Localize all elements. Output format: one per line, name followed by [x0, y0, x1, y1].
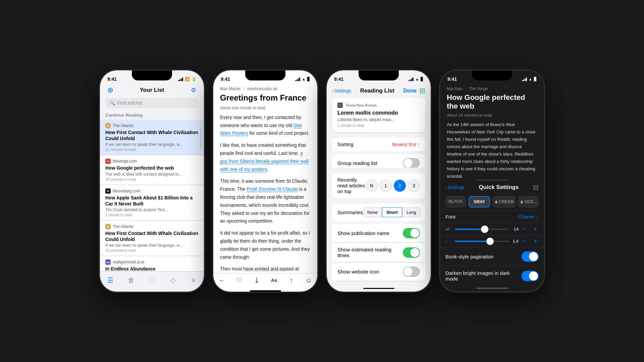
source-name-4: The Atlantic [113, 224, 134, 229]
article-source-1: A The Atlantic [105, 123, 199, 128]
line-spacing-slider[interactable] [455, 241, 509, 242]
font-value[interactable]: Charter ↓ [518, 214, 539, 220]
article-source-2: V theverge.com [105, 159, 199, 164]
font-size-slider[interactable] [455, 229, 509, 230]
grid-icon[interactable]: ⊞ [419, 86, 425, 95]
sort-label: Sorting [337, 141, 354, 147]
article-desc-3: Tim Cook decided to acquire Tesl... [105, 207, 199, 212]
article-source-5: MG mattgemmell.scot [105, 259, 199, 265]
filter-button[interactable]: ⚙ [189, 85, 199, 95]
settings-back-p4[interactable]: ‹ Settings [445, 185, 465, 190]
show-publication-row[interactable]: Show publication name [332, 224, 425, 243]
more-button-p2[interactable]: ☺ [301, 277, 316, 284]
theme-gray[interactable]: GRAY [469, 196, 490, 207]
tab-menu[interactable]: ≡ [186, 274, 201, 286]
home-indicator-p4 [477, 288, 508, 289]
preview-title: Lorem mollis commodo [337, 110, 420, 116]
num-btn-1[interactable]: 1 [380, 180, 392, 192]
line-spacing-icon: ↕ [445, 239, 452, 243]
article-item-5[interactable]: MG mattgemmell.scot In Endless Abundance… [100, 256, 204, 271]
notch-2 [245, 70, 285, 80]
summaries-buttons: None Short Long [363, 207, 421, 217]
show-website-icon-row[interactable]: Show website icon [332, 262, 425, 281]
sum-btn-long[interactable]: Long [402, 207, 421, 217]
show-publication-toggle[interactable] [403, 228, 420, 238]
signal-icon-1 [178, 77, 183, 81]
tab-archive[interactable]: 🗑 [124, 274, 139, 286]
font-size-thumb[interactable] [481, 226, 488, 233]
columns-icon[interactable]: ⊟ [533, 183, 539, 191]
article-title-2: How Google perfected the web [105, 165, 199, 171]
add-button[interactable]: ⊕ [105, 85, 115, 95]
tab-favorites[interactable]: ♡ [145, 274, 159, 286]
phones-container: 9:41 📶 🔋 ⊕ Your List ⚙ [80, 57, 564, 305]
paragraph-5: They must have printed and pasted at [220, 265, 311, 270]
tab-bookmarks[interactable]: ◇ [165, 274, 180, 286]
line-spacing-slider-container: ↕ 1,4 − + [445, 237, 539, 245]
num-btn-3[interactable]: 3 [408, 180, 420, 192]
show-reading-times-row[interactable]: Show estimated reading times [332, 243, 425, 262]
heart-button-p2[interactable]: ♡ [232, 276, 247, 284]
line-increase-btn[interactable]: + [532, 237, 539, 245]
article-item-2[interactable]: V theverge.com How Google perfected the … [100, 155, 204, 185]
article-item-4[interactable]: A The Atlantic How First Contact With Wh… [100, 221, 204, 256]
article-list: A The Atlantic How First Contact With Wh… [100, 120, 204, 271]
group-toggle[interactable] [403, 158, 420, 168]
num-btn-2[interactable]: 2 [394, 180, 406, 192]
tab-list[interactable]: ☰ [103, 274, 118, 286]
search-bar[interactable]: 🔍 Find articles [105, 98, 199, 108]
book-style-label: Book-style pagination [445, 254, 493, 259]
star-wars-link[interactable]: Star Wars Posters [220, 123, 302, 136]
source-name-1: The Atlantic [113, 123, 134, 128]
article-title-4: How First Contact With Whale Civilizatio… [105, 230, 199, 242]
group-row[interactable]: Group reading list [332, 154, 425, 168]
summaries-row: Summaries None Short Long [332, 203, 425, 221]
search-placeholder: Find articles [117, 100, 142, 106]
line-decrease-btn[interactable]: − [521, 237, 528, 245]
source-name-3: bloomberg.com [113, 189, 141, 193]
back-button-p3[interactable]: ‹ Settings [332, 88, 351, 94]
sum-btn-short[interactable]: Short [382, 207, 402, 217]
show-reading-times-toggle[interactable] [403, 247, 420, 258]
archive-button-p2[interactable]: ⤓ [249, 276, 264, 284]
line-spacing-value: 1,4 [512, 239, 519, 244]
share-button-p2[interactable]: ↑ [284, 277, 299, 284]
font-size-btns: − + [521, 225, 539, 233]
paragraph-4: It did not appear to be a for-profit aff… [220, 229, 311, 261]
siberia-link[interactable]: a guy from Siberia literally papered the… [220, 150, 309, 172]
darken-images-toggle[interactable] [522, 271, 539, 281]
club-link[interactable]: Prolé Escrime St Claude [247, 186, 298, 192]
font-size-fill [455, 229, 485, 230]
article-item-1[interactable]: A The Atlantic How First Contact With Wh… [100, 120, 204, 155]
back-button-p2[interactable]: ← [215, 277, 229, 284]
article-item-3[interactable]: B bloomberg.com How Apple Sank About $1 … [100, 185, 204, 221]
theme-row: BLACK GRAY 🔒 CREAM 🔒 OCE... [440, 193, 544, 210]
recently-row: Recently read articles on top N 1 2 3 [332, 173, 425, 198]
theme-black[interactable]: BLACK [445, 196, 466, 207]
num-btn-none[interactable]: N [366, 180, 378, 192]
wifi-icon-4: ▲ [529, 77, 532, 81]
article-time-3: 1 minute to read [105, 213, 199, 217]
line-spacing-thumb[interactable] [486, 238, 494, 245]
author-name-2: Max Melzer [220, 86, 241, 91]
theme-ocean[interactable]: 🔒 OCE... [518, 196, 539, 207]
theme-cream[interactable]: 🔒 CREAM [493, 196, 516, 207]
battery-icon-4: ▊ [534, 77, 537, 81]
status-time-1: 9:41 [107, 76, 117, 82]
status-icons-1: 📶 🔋 [178, 77, 197, 81]
scroll-indicator [200, 127, 201, 147]
show-website-icon-toggle[interactable] [403, 266, 420, 277]
done-button[interactable]: Done [403, 88, 417, 94]
toolbar-p2: ← ♡ ⤓ Aa ↑ ☺ [213, 273, 317, 290]
source-icon-4: A [105, 224, 111, 229]
status-time-2: 9:41 [221, 76, 230, 82]
battery-icon-1: 🔋 [192, 77, 197, 81]
article-source-4: A The Atlantic [105, 224, 199, 229]
font-increase-btn[interactable]: + [532, 225, 539, 233]
sum-btn-none[interactable]: None [363, 207, 382, 217]
source-name-2: theverge.com [113, 159, 137, 164]
sort-row[interactable]: Sorting Newest first ↑ [332, 137, 425, 151]
book-style-toggle[interactable] [522, 251, 539, 262]
font-button-p2[interactable]: Aa [267, 278, 281, 283]
font-decrease-btn[interactable]: − [521, 225, 528, 233]
